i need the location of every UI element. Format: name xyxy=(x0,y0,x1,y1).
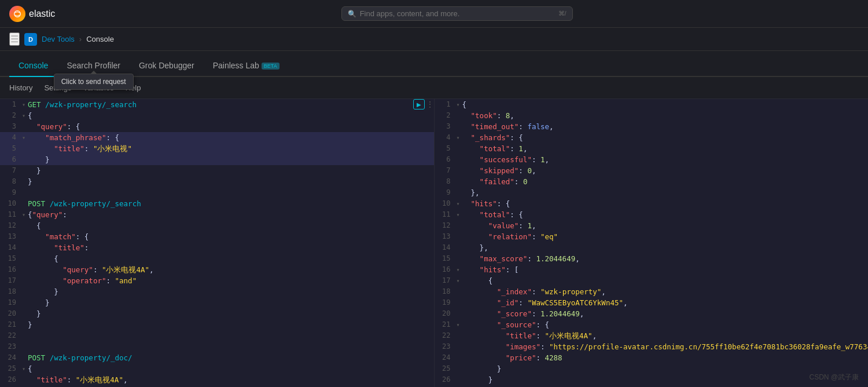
response-line: 14 }, xyxy=(435,242,869,253)
response-code-content: "_id": "WawCS5EByoATC6YkWn45", xyxy=(461,297,869,308)
hamburger-button[interactable]: ☰ xyxy=(9,32,20,46)
fold-indicator xyxy=(21,165,27,176)
fold-indicator xyxy=(21,297,27,308)
response-line: 9 }, xyxy=(435,187,869,198)
code-content: } xyxy=(27,176,434,187)
search-input[interactable] xyxy=(360,9,555,18)
line-number: 17 xyxy=(0,275,21,286)
editor-line: 3 "query": { xyxy=(0,121,434,132)
response-fold-indicator xyxy=(455,242,461,253)
response-line-number: 1 xyxy=(435,99,455,110)
editor-line: 24 POST /wzk-property/_doc/ xyxy=(0,352,434,363)
response-line: 8 "failed": 0 xyxy=(435,176,869,187)
line-number: 22 xyxy=(0,330,21,341)
fold-indicator[interactable]: ▾ xyxy=(21,209,27,220)
response-line-number: 19 xyxy=(435,297,455,308)
response-fold-indicator[interactable]: ▾ xyxy=(455,209,461,220)
line-number: 16 xyxy=(0,264,21,275)
response-line: 7 "skipped": 0, xyxy=(435,165,869,176)
line-number: 5 xyxy=(0,143,21,154)
navbar: elastic 🔍 ⌘/ xyxy=(0,0,868,28)
avatar: D xyxy=(24,33,37,46)
beta-badge: BETA xyxy=(262,63,279,70)
tab-painless-lab[interactable]: Painless LabBETA xyxy=(204,55,289,77)
response-fold-indicator xyxy=(455,308,461,319)
editor-line: 14 "title": xyxy=(0,242,434,253)
response-line: 25 } xyxy=(435,363,869,374)
response-code-content: }, xyxy=(461,242,869,253)
more-options-button[interactable]: ⋮ xyxy=(426,99,434,109)
fold-indicator[interactable]: ▾ xyxy=(21,99,27,110)
response-line-number: 5 xyxy=(435,143,455,154)
elastic-logo: elastic xyxy=(9,6,55,22)
response-line: 18 "_index": "wzk-property", xyxy=(435,286,869,297)
tab-search-profiler[interactable]: Search Profiler Click to send request xyxy=(57,55,130,77)
code-content: GET /wzk-property/_search xyxy=(27,99,411,110)
fold-indicator xyxy=(21,198,27,209)
response-code-content: "_score": 1.2044649, xyxy=(461,308,869,319)
response-fold-indicator xyxy=(455,110,461,121)
response-line-number: 24 xyxy=(435,352,455,363)
response-line-number: 10 xyxy=(435,198,455,209)
response-line: 12 "value": 1, xyxy=(435,220,869,231)
breadcrumb-devtools-link[interactable]: Dev Tools xyxy=(42,35,75,43)
line-number: 3 xyxy=(0,121,21,132)
response-fold-indicator xyxy=(455,231,461,242)
line-number: 20 xyxy=(0,308,21,319)
code-content: { xyxy=(27,110,434,121)
response-code-content: "hits": [ xyxy=(461,264,869,275)
response-line-number: 4 xyxy=(435,132,455,143)
response-line: 2 "took": 8, xyxy=(435,110,869,121)
response-code-content: "successful": 1, xyxy=(461,154,869,165)
response-fold-indicator[interactable]: ▾ xyxy=(455,99,461,110)
response-line-number: 25 xyxy=(435,363,455,374)
fold-indicator[interactable]: ▾ xyxy=(21,132,27,143)
global-search[interactable]: 🔍 ⌘/ xyxy=(341,6,573,21)
editor-line: 10 POST /wzk-property/_search xyxy=(0,198,434,209)
fold-indicator xyxy=(21,286,27,297)
fold-indicator xyxy=(21,176,27,187)
line-number: 26 xyxy=(0,374,21,385)
response-fold-indicator[interactable]: ▾ xyxy=(455,132,461,143)
fold-indicator xyxy=(21,253,27,264)
response-code-content: "max_score": 1.2044649, xyxy=(461,253,869,264)
fold-indicator[interactable]: ▾ xyxy=(21,110,27,121)
response-fold-indicator[interactable]: ▾ xyxy=(455,198,461,209)
response-line: 4▾ "_shards": { xyxy=(435,132,869,143)
response-line-number: 23 xyxy=(435,341,455,352)
response-fold-indicator[interactable]: ▾ xyxy=(455,275,461,286)
history-button[interactable]: History xyxy=(9,83,32,92)
tab-console[interactable]: Console xyxy=(9,55,57,77)
editor-panel[interactable]: 1▾GET /wzk-property/_search▶⋮2▾{3 "query… xyxy=(0,99,435,387)
tab-grok-debugger[interactable]: Grok Debugger xyxy=(130,55,204,77)
response-code-content: "relation": "eq" xyxy=(461,231,869,242)
response-line-number: 26 xyxy=(435,374,455,385)
response-fold-indicator[interactable]: ▾ xyxy=(455,319,461,330)
editor-line: 8 } xyxy=(0,176,434,187)
run-button[interactable]: ▶ xyxy=(413,99,425,109)
response-fold-indicator[interactable]: ▾ xyxy=(455,264,461,275)
line-number: 25 xyxy=(0,363,21,374)
response-line-number: 20 xyxy=(435,308,455,319)
editor-line: 15 { xyxy=(0,253,434,264)
navbar-left: elastic xyxy=(9,6,55,22)
line-number: 6 xyxy=(0,154,21,165)
response-code-content: "_shards": { xyxy=(461,132,869,143)
response-code-content: } xyxy=(461,363,869,374)
response-code-content: "took": 8, xyxy=(461,110,869,121)
editor-line: 23 xyxy=(0,341,434,352)
response-code-content: { xyxy=(461,99,869,110)
editor-line: 16 "query": "小米电视4A", xyxy=(0,264,434,275)
response-fold-indicator xyxy=(455,286,461,297)
line-number: 15 xyxy=(0,253,21,264)
fold-indicator[interactable]: ▾ xyxy=(21,363,27,374)
response-line: 15 "max_score": 1.2044649, xyxy=(435,253,869,264)
line-number: 24 xyxy=(0,352,21,363)
line-number: 11 xyxy=(0,209,21,220)
response-line: 26 } xyxy=(435,374,869,385)
response-line: 3 "timed_out": false, xyxy=(435,121,869,132)
fold-indicator xyxy=(21,154,27,165)
fold-indicator xyxy=(21,341,27,352)
line-number: 12 xyxy=(0,220,21,231)
response-line: 13 "relation": "eq" xyxy=(435,231,869,242)
